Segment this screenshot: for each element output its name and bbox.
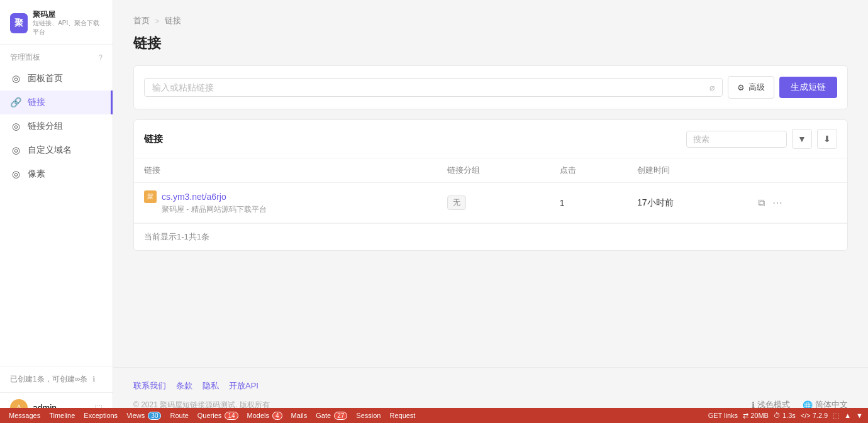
col-actions <box>747 158 847 183</box>
sidebar-item-links[interactable]: 🔗 链接 <box>0 91 113 114</box>
cell-clicks: 1 <box>550 183 627 223</box>
filter-button[interactable]: ▼ <box>792 129 812 149</box>
table-row: 聚 cs.ym3.net/a6rjo 聚码屋 - 精品网站源码下载平台 无 1 … <box>134 183 847 223</box>
logo-sub: 短链接、API、聚合下载平台 <box>33 19 103 36</box>
logo-text: 聚码屋 <box>33 10 103 19</box>
custom-domain-icon: ◎ <box>10 145 21 156</box>
cell-group: 无 <box>437 183 550 223</box>
url-input-wrapper: ⌀ <box>144 78 723 97</box>
debug-time: ⏱ 1.3s <box>774 412 796 419</box>
table-actions: ▼ ⬇ <box>686 129 837 149</box>
info-icon[interactable]: ℹ <box>92 375 96 383</box>
debug-timeline[interactable]: Timeline <box>45 412 79 419</box>
table-title: 链接 <box>144 133 163 145</box>
link-desc: 聚码屋 - 精品网站源码下载平台 <box>162 204 427 215</box>
sidebar-section-label: 管理面板 ? <box>0 45 113 67</box>
col-group: 链接分组 <box>437 158 550 183</box>
debug-request[interactable]: Request <box>386 412 419 419</box>
no-group-badge: 无 <box>447 195 466 210</box>
link-input-icon: ⌀ <box>709 82 715 92</box>
main-content: 首页 > 链接 链接 ⌀ ⚙ 高级 生成短链 <box>113 0 868 423</box>
sidebar-footer: 已创建1条，可创建∞条 ℹ <box>0 366 113 392</box>
breadcrumb-sep: > <box>155 16 160 26</box>
table-card: 链接 ▼ ⬇ 链接 链接分组 <box>133 119 848 251</box>
table-header: 链接 ▼ ⬇ <box>134 120 847 158</box>
col-link: 链接 <box>134 158 437 183</box>
download-button[interactable]: ⬇ <box>817 129 837 149</box>
settings-icon: ⚙ <box>737 83 745 92</box>
footer-link-terms[interactable]: 条款 <box>176 380 192 392</box>
breadcrumb-current: 链接 <box>165 15 181 26</box>
link-favicon: 聚 <box>144 190 157 203</box>
table-footer: 当前显示1-1共1条 <box>134 223 847 250</box>
cell-created: 17小时前 <box>627 183 747 223</box>
debug-copy-icon[interactable]: ⬚ <box>833 412 839 420</box>
filter-icon: ▼ <box>798 134 806 144</box>
breadcrumb: 首页 > 链接 <box>133 15 848 26</box>
footer-link-api[interactable]: 开放API <box>229 380 259 392</box>
table-search-input[interactable] <box>686 131 787 148</box>
debug-method: GET links <box>708 412 738 419</box>
download-icon: ⬇ <box>823 134 831 144</box>
debug-models[interactable]: Models 4 <box>243 412 286 419</box>
footer-link-contact[interactable]: 联系我们 <box>133 380 166 392</box>
link-icon: 🔗 <box>10 97 21 108</box>
content-area: 首页 > 链接 链接 ⌀ ⚙ 高级 生成短链 <box>113 0 868 367</box>
debug-session[interactable]: Session <box>352 412 384 419</box>
generate-button[interactable]: 生成短链 <box>779 77 837 98</box>
debug-views[interactable]: Views 30 <box>123 412 165 419</box>
search-bar-container: ⌀ ⚙ 高级 生成短链 <box>133 65 848 109</box>
help-icon[interactable]: ? <box>98 53 103 62</box>
link-url[interactable]: cs.ym3.net/a6rjo <box>162 192 226 202</box>
pixels-icon: ◎ <box>10 168 21 180</box>
debug-mails[interactable]: Mails <box>287 412 311 419</box>
debug-up-icon[interactable]: ▲ <box>844 412 851 419</box>
dashboard-icon: ◎ <box>10 73 21 84</box>
col-created: 创建时间 <box>627 158 747 183</box>
sidebar: 聚 聚码屋 短链接、API、聚合下载平台 管理面板 ? ◎ 面板首页 🔗 链接 … <box>0 0 113 423</box>
debug-exceptions[interactable]: Exceptions <box>80 412 121 419</box>
footer-links: 联系我们 条款 隐私 开放API <box>133 380 848 392</box>
debug-queries[interactable]: Queries 14 <box>194 412 242 419</box>
logo-icon: 聚 <box>10 13 28 33</box>
cell-actions: ⧉ ⋯ <box>747 183 847 223</box>
page-title: 链接 <box>133 34 848 53</box>
debug-messages[interactable]: Messages <box>5 412 44 419</box>
more-actions-button[interactable]: ⋯ <box>771 195 784 210</box>
debug-version: </> 7.2.9 <box>801 412 828 419</box>
sidebar-item-link-groups[interactable]: ◎ 链接分组 <box>0 114 113 138</box>
logo: 聚 聚码屋 短链接、API、聚合下载平台 <box>0 0 113 45</box>
col-clicks: 点击 <box>550 158 627 183</box>
sidebar-nav: 管理面板 ? ◎ 面板首页 🔗 链接 ◎ 链接分组 ◎ 自定义域名 ◎ 像素 <box>0 45 113 366</box>
advanced-button[interactable]: ⚙ 高级 <box>728 76 774 99</box>
link-groups-icon: ◎ <box>10 121 21 132</box>
url-input[interactable] <box>152 82 704 92</box>
cell-link: 聚 cs.ym3.net/a6rjo 聚码屋 - 精品网站源码下载平台 <box>134 183 437 223</box>
debug-right: GET links ⇄ 20MB ⏱ 1.3s </> 7.2.9 ⬚ ▲ ▼ <box>708 412 863 420</box>
copy-link-button[interactable]: ⧉ <box>757 196 766 210</box>
data-table: 链接 链接分组 点击 创建时间 聚 cs.ym3.net/a6rjo <box>134 158 847 223</box>
debug-gate[interactable]: Gate 27 <box>312 412 351 419</box>
debug-down-icon[interactable]: ▼ <box>856 412 863 419</box>
sidebar-item-pixels[interactable]: ◎ 像素 <box>0 162 113 186</box>
sidebar-item-custom-domain[interactable]: ◎ 自定义域名 <box>0 138 113 162</box>
footer-link-privacy[interactable]: 隐私 <box>203 380 219 392</box>
debug-bar: Messages Timeline Exceptions Views 30 Ro… <box>0 408 868 423</box>
debug-memory: ⇄ 20MB <box>743 412 769 420</box>
sidebar-item-dashboard[interactable]: ◎ 面板首页 <box>0 67 113 91</box>
breadcrumb-home[interactable]: 首页 <box>133 15 150 26</box>
debug-route[interactable]: Route <box>166 412 192 419</box>
